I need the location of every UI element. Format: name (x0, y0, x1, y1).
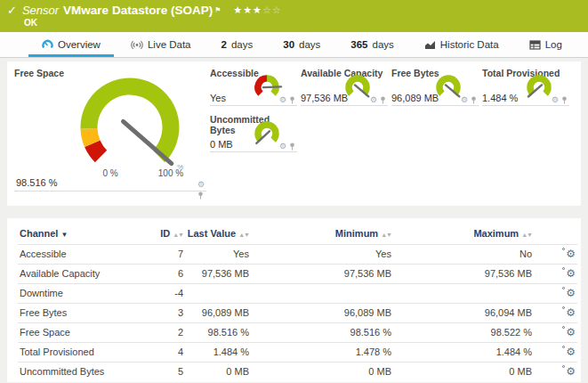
table-row[interactable]: Downtime-4⚙ (18, 284, 577, 304)
tab-label: days (299, 39, 320, 50)
tab-overview[interactable]: Overview (27, 32, 116, 57)
page-title: VMware Datastore (SOAP) (63, 4, 213, 17)
cell-maximum: 96,094 MB (393, 304, 534, 323)
small-gauges-grid: AccessibleYes⚙Available Capacity97,536 M… (210, 65, 574, 192)
pin-icon[interactable] (561, 96, 568, 104)
sort-icon: ▲▼ (173, 232, 183, 238)
channel-settings-gear-icon[interactable]: ⚙ (566, 249, 576, 259)
cell-id: 2 (149, 323, 185, 343)
cell-maximum: 97,536 MB (393, 265, 534, 284)
cell-channel: Free Space (18, 323, 149, 343)
column-header-maximum[interactable]: Maximum▲▼ (393, 224, 534, 245)
tab-number: 30 (283, 39, 294, 50)
gauge-icon (42, 39, 53, 50)
column-header-minimum[interactable]: Minimum▲▼ (251, 224, 393, 245)
tab-365-days[interactable]: 365days (335, 32, 408, 57)
main-gauge-value: 98.516 % (16, 177, 57, 188)
gauge-tile-free-bytes: Free Bytes96,089 MB⚙ (391, 65, 479, 106)
cell-last-value: 1.484 % (185, 343, 251, 363)
gauge-value: 97,536 MB (301, 93, 348, 103)
table-row[interactable]: Uncommitted Bytes50 MB0 MB0 MB⚙ (18, 363, 577, 382)
channel-settings-gear-icon[interactable]: ⚙ (566, 327, 576, 338)
gauge-gear-icon[interactable]: ⚙ (279, 96, 286, 104)
pin-icon[interactable] (471, 96, 477, 104)
chart-icon (424, 40, 436, 50)
cell-id: 7 (149, 245, 185, 265)
tab-label: Log (545, 39, 562, 50)
cell-maximum: 1.484 % (393, 343, 534, 363)
sort-icon: ▲▼ (381, 232, 391, 238)
flag-icon[interactable]: ⚑ (214, 6, 221, 14)
cell-minimum (251, 284, 393, 304)
pin-icon[interactable] (289, 143, 295, 151)
cell-maximum: 0 MB (393, 363, 534, 382)
cell-last-value: 98.516 % (185, 323, 251, 343)
live-icon (131, 40, 143, 50)
gauges-panel: Free Space %0 %100 % 98.516 % ⚙ Accessib… (7, 61, 581, 206)
priority-stars[interactable]: ★★★☆☆ (233, 4, 281, 16)
gauge-min-label: 0 % (102, 168, 117, 178)
gauge-tile-uncommitted-bytes: Uncommitted Bytes0 MB⚙ (210, 111, 297, 152)
channel-settings-gear-icon[interactable]: ⚙ (566, 366, 576, 377)
status-check-icon: ✓ (7, 4, 17, 17)
sort-desc-icon: ▼ (60, 231, 68, 239)
tab-live-data[interactable]: Live Data (116, 32, 206, 57)
gauge-gear-icon[interactable]: ⚙ (370, 96, 377, 104)
table-row[interactable]: Total Provisioned41.484 %1.478 %1.484 %⚙ (18, 343, 577, 363)
cell-last-value: Yes (185, 245, 251, 265)
cell-last-value: 96,089 MB (185, 304, 251, 323)
table-row[interactable]: Free Space298.516 %98.516 %98.522 %⚙ (18, 323, 577, 343)
cell-minimum: Yes (251, 245, 393, 265)
gauge-tile-total-provisioned: Total Provisioned1.484 %⚙ (482, 65, 569, 106)
cell-last-value (185, 284, 251, 304)
column-header-channel[interactable]: Channel▼ (18, 224, 149, 245)
gauge-gear-icon[interactable]: ⚙ (461, 96, 468, 104)
cell-minimum: 1.478 % (251, 343, 393, 363)
channel-settings-gear-icon[interactable]: ⚙ (566, 268, 576, 279)
column-header-last-value[interactable]: Last Value▲▼ (185, 224, 251, 245)
cell-channel: Downtime (18, 284, 149, 304)
pin-icon[interactable] (289, 96, 295, 104)
gauge-needle (263, 86, 281, 87)
content-area: Free Space %0 %100 % 98.516 % ⚙ Accessib… (0, 58, 588, 382)
channel-settings-gear-icon[interactable]: ⚙ (566, 307, 576, 318)
cell-id: 3 (149, 304, 185, 323)
cell-last-value: 0 MB (185, 363, 251, 382)
tab-label: days (231, 39, 253, 50)
gauge-gear-icon[interactable]: ⚙ (552, 96, 559, 104)
cell-minimum: 0 MB (251, 363, 393, 382)
tab-label: Overview (58, 39, 101, 50)
gauge-tile-free-space: Free Space %0 %100 % 98.516 % ⚙ (14, 65, 206, 192)
table-row[interactable]: Free Bytes396,089 MB96,089 MB96,094 MB⚙ (18, 304, 577, 323)
tab-settings[interactable]: ⚙Settings (577, 32, 588, 57)
pin-icon[interactable] (380, 96, 386, 104)
tab-2-days[interactable]: 2days (206, 32, 269, 57)
tab-historic-data[interactable]: Historic Data (409, 32, 514, 57)
channels-table: Channel▼ ID▲▼ Last Value▲▼ Minimum▲▼ Max… (18, 224, 577, 381)
tab-30-days[interactable]: 30days (268, 32, 335, 57)
tab-label: Historic Data (440, 39, 499, 50)
cell-channel: Total Provisioned (18, 343, 149, 363)
cell-id: -4 (149, 284, 185, 304)
cell-minimum: 97,536 MB (251, 265, 393, 284)
tab-number: 365 (350, 39, 367, 50)
gauge-gear-icon[interactable]: ⚙ (197, 181, 205, 189)
table-row[interactable]: Available Capacity697,536 MB97,536 MB97,… (18, 265, 577, 284)
pin-icon[interactable] (197, 192, 204, 200)
tab-number: 2 (222, 39, 227, 50)
gauge-max-label: 100 % (158, 168, 183, 178)
column-header-id[interactable]: ID▲▼ (149, 224, 185, 245)
status-badge: OK (24, 18, 579, 28)
cell-channel: Free Bytes (18, 304, 149, 323)
channel-settings-gear-icon[interactable]: ⚙ (566, 346, 576, 357)
gauge-gear-icon[interactable]: ⚙ (279, 143, 286, 151)
tab-log[interactable]: Log (514, 32, 577, 57)
gauge-value: 1.484 % (482, 93, 518, 103)
channel-settings-gear-icon[interactable]: ⚙ (566, 288, 576, 298)
tab-label: Live Data (148, 39, 191, 50)
table-row[interactable]: Accessible7YesYesNo⚙ (18, 245, 577, 265)
free-space-gauge: %0 %100 % (14, 76, 206, 181)
sort-icon: ▲▼ (238, 232, 249, 238)
sensor-header: ✓ Sensor VMware Datastore (SOAP) ⚑ ★★★☆☆… (0, 0, 588, 32)
cell-id: 4 (149, 343, 185, 363)
